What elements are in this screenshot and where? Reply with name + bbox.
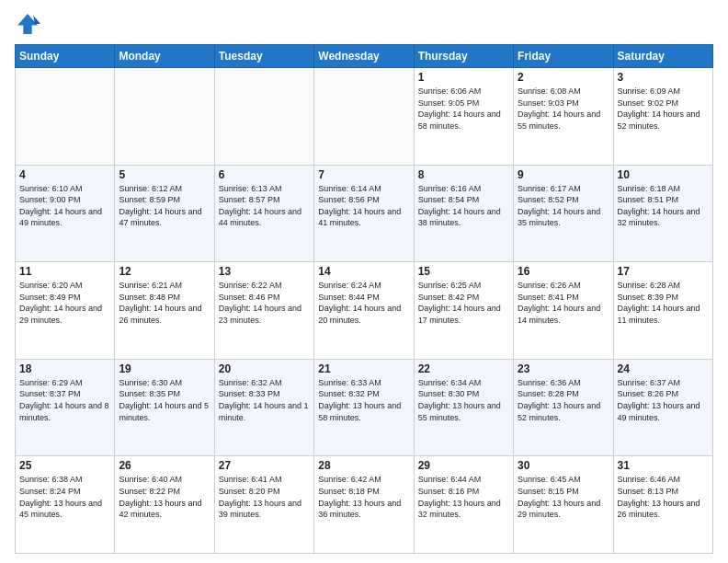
header-row: SundayMondayTuesdayWednesdayThursdayFrid… bbox=[16, 45, 713, 68]
day-info: Sunrise: 6:28 AM Sunset: 8:39 PM Dayligh… bbox=[618, 280, 709, 326]
day-info: Sunrise: 6:36 AM Sunset: 8:28 PM Dayligh… bbox=[518, 377, 609, 423]
day-info: Sunrise: 6:08 AM Sunset: 9:03 PM Dayligh… bbox=[518, 86, 609, 132]
day-number: 17 bbox=[618, 265, 709, 278]
day-info: Sunrise: 6:46 AM Sunset: 8:13 PM Dayligh… bbox=[618, 474, 709, 520]
day-cell: 5Sunrise: 6:12 AM Sunset: 8:59 PM Daylig… bbox=[115, 165, 214, 262]
week-row-5: 25Sunrise: 6:38 AM Sunset: 8:24 PM Dayli… bbox=[16, 456, 713, 554]
day-info: Sunrise: 6:06 AM Sunset: 9:05 PM Dayligh… bbox=[418, 86, 509, 132]
week-row-2: 4Sunrise: 6:10 AM Sunset: 9:00 PM Daylig… bbox=[16, 165, 713, 262]
day-number: 23 bbox=[518, 362, 609, 375]
week-row-4: 18Sunrise: 6:29 AM Sunset: 8:37 PM Dayli… bbox=[16, 359, 713, 456]
day-cell: 3Sunrise: 6:09 AM Sunset: 9:02 PM Daylig… bbox=[613, 68, 712, 166]
day-info: Sunrise: 6:42 AM Sunset: 8:18 PM Dayligh… bbox=[318, 474, 409, 520]
day-info: Sunrise: 6:40 AM Sunset: 8:22 PM Dayligh… bbox=[119, 474, 210, 520]
day-info: Sunrise: 6:45 AM Sunset: 8:15 PM Dayligh… bbox=[518, 474, 609, 520]
logo-icon bbox=[15, 11, 40, 37]
day-info: Sunrise: 6:10 AM Sunset: 9:00 PM Dayligh… bbox=[19, 183, 110, 229]
day-number: 2 bbox=[518, 71, 609, 84]
header-cell-tuesday: Tuesday bbox=[214, 45, 313, 68]
header bbox=[15, 11, 713, 37]
day-cell: 13Sunrise: 6:22 AM Sunset: 8:46 PM Dayli… bbox=[214, 262, 313, 360]
day-cell: 20Sunrise: 6:32 AM Sunset: 8:33 PM Dayli… bbox=[214, 359, 313, 456]
day-number: 10 bbox=[618, 168, 709, 181]
day-info: Sunrise: 6:14 AM Sunset: 8:56 PM Dayligh… bbox=[318, 183, 409, 229]
day-info: Sunrise: 6:41 AM Sunset: 8:20 PM Dayligh… bbox=[219, 474, 310, 520]
day-cell: 16Sunrise: 6:26 AM Sunset: 8:41 PM Dayli… bbox=[514, 262, 613, 360]
day-cell: 31Sunrise: 6:46 AM Sunset: 8:13 PM Dayli… bbox=[613, 456, 712, 554]
day-cell bbox=[115, 68, 214, 166]
day-cell: 10Sunrise: 6:18 AM Sunset: 8:51 PM Dayli… bbox=[613, 165, 712, 262]
day-info: Sunrise: 6:20 AM Sunset: 8:49 PM Dayligh… bbox=[19, 280, 110, 326]
day-cell: 9Sunrise: 6:17 AM Sunset: 8:52 PM Daylig… bbox=[514, 165, 613, 262]
day-cell bbox=[314, 68, 414, 166]
day-cell: 28Sunrise: 6:42 AM Sunset: 8:18 PM Dayli… bbox=[314, 456, 414, 554]
day-info: Sunrise: 6:25 AM Sunset: 8:42 PM Dayligh… bbox=[418, 280, 509, 326]
day-number: 28 bbox=[318, 459, 409, 472]
day-info: Sunrise: 6:29 AM Sunset: 8:37 PM Dayligh… bbox=[19, 377, 110, 423]
day-info: Sunrise: 6:24 AM Sunset: 8:44 PM Dayligh… bbox=[318, 280, 409, 326]
day-cell: 2Sunrise: 6:08 AM Sunset: 9:03 PM Daylig… bbox=[514, 68, 613, 166]
day-number: 29 bbox=[418, 459, 509, 472]
day-number: 26 bbox=[119, 459, 210, 472]
calendar-page: SundayMondayTuesdayWednesdayThursdayFrid… bbox=[0, 0, 728, 563]
header-cell-saturday: Saturday bbox=[613, 45, 712, 68]
day-cell: 12Sunrise: 6:21 AM Sunset: 8:48 PM Dayli… bbox=[115, 262, 214, 360]
day-cell: 18Sunrise: 6:29 AM Sunset: 8:37 PM Dayli… bbox=[16, 359, 115, 456]
day-cell: 6Sunrise: 6:13 AM Sunset: 8:57 PM Daylig… bbox=[214, 165, 313, 262]
day-number: 12 bbox=[119, 265, 210, 278]
day-cell: 7Sunrise: 6:14 AM Sunset: 8:56 PM Daylig… bbox=[314, 165, 414, 262]
day-info: Sunrise: 6:21 AM Sunset: 8:48 PM Dayligh… bbox=[119, 280, 210, 326]
day-info: Sunrise: 6:09 AM Sunset: 9:02 PM Dayligh… bbox=[618, 86, 709, 132]
day-number: 20 bbox=[219, 362, 310, 375]
day-info: Sunrise: 6:37 AM Sunset: 8:26 PM Dayligh… bbox=[618, 377, 709, 423]
day-info: Sunrise: 6:38 AM Sunset: 8:24 PM Dayligh… bbox=[19, 474, 110, 520]
day-info: Sunrise: 6:44 AM Sunset: 8:16 PM Dayligh… bbox=[418, 474, 509, 520]
day-number: 18 bbox=[19, 362, 110, 375]
day-number: 6 bbox=[219, 168, 310, 181]
header-cell-monday: Monday bbox=[115, 45, 214, 68]
day-number: 14 bbox=[318, 265, 409, 278]
day-number: 4 bbox=[19, 168, 110, 181]
day-number: 9 bbox=[518, 168, 609, 181]
day-cell: 25Sunrise: 6:38 AM Sunset: 8:24 PM Dayli… bbox=[16, 456, 115, 554]
day-info: Sunrise: 6:17 AM Sunset: 8:52 PM Dayligh… bbox=[518, 183, 609, 229]
day-info: Sunrise: 6:22 AM Sunset: 8:46 PM Dayligh… bbox=[219, 280, 310, 326]
week-row-1: 1Sunrise: 6:06 AM Sunset: 9:05 PM Daylig… bbox=[16, 68, 713, 166]
day-cell: 14Sunrise: 6:24 AM Sunset: 8:44 PM Dayli… bbox=[314, 262, 414, 360]
week-row-3: 11Sunrise: 6:20 AM Sunset: 8:49 PM Dayli… bbox=[16, 262, 713, 360]
calendar-table: SundayMondayTuesdayWednesdayThursdayFrid… bbox=[15, 44, 713, 554]
logo bbox=[15, 11, 44, 37]
day-number: 25 bbox=[19, 459, 110, 472]
day-cell: 4Sunrise: 6:10 AM Sunset: 9:00 PM Daylig… bbox=[16, 165, 115, 262]
day-number: 1 bbox=[418, 71, 509, 84]
day-info: Sunrise: 6:30 AM Sunset: 8:35 PM Dayligh… bbox=[119, 377, 210, 423]
day-cell bbox=[16, 68, 115, 166]
day-info: Sunrise: 6:26 AM Sunset: 8:41 PM Dayligh… bbox=[518, 280, 609, 326]
header-cell-sunday: Sunday bbox=[16, 45, 115, 68]
day-info: Sunrise: 6:33 AM Sunset: 8:32 PM Dayligh… bbox=[318, 377, 409, 423]
calendar-header: SundayMondayTuesdayWednesdayThursdayFrid… bbox=[16, 45, 713, 68]
day-number: 15 bbox=[418, 265, 509, 278]
header-cell-wednesday: Wednesday bbox=[314, 45, 414, 68]
day-info: Sunrise: 6:34 AM Sunset: 8:30 PM Dayligh… bbox=[418, 377, 509, 423]
day-number: 11 bbox=[19, 265, 110, 278]
day-cell: 22Sunrise: 6:34 AM Sunset: 8:30 PM Dayli… bbox=[414, 359, 513, 456]
day-number: 27 bbox=[219, 459, 310, 472]
day-number: 13 bbox=[219, 265, 310, 278]
day-cell bbox=[214, 68, 313, 166]
day-cell: 29Sunrise: 6:44 AM Sunset: 8:16 PM Dayli… bbox=[414, 456, 513, 554]
day-number: 8 bbox=[418, 168, 509, 181]
day-number: 5 bbox=[119, 168, 210, 181]
day-number: 31 bbox=[618, 459, 709, 472]
day-cell: 19Sunrise: 6:30 AM Sunset: 8:35 PM Dayli… bbox=[115, 359, 214, 456]
day-cell: 21Sunrise: 6:33 AM Sunset: 8:32 PM Dayli… bbox=[314, 359, 414, 456]
header-cell-thursday: Thursday bbox=[414, 45, 513, 68]
day-cell: 23Sunrise: 6:36 AM Sunset: 8:28 PM Dayli… bbox=[514, 359, 613, 456]
day-info: Sunrise: 6:16 AM Sunset: 8:54 PM Dayligh… bbox=[418, 183, 509, 229]
day-cell: 8Sunrise: 6:16 AM Sunset: 8:54 PM Daylig… bbox=[414, 165, 513, 262]
day-info: Sunrise: 6:18 AM Sunset: 8:51 PM Dayligh… bbox=[618, 183, 709, 229]
day-cell: 17Sunrise: 6:28 AM Sunset: 8:39 PM Dayli… bbox=[613, 262, 712, 360]
day-cell: 11Sunrise: 6:20 AM Sunset: 8:49 PM Dayli… bbox=[16, 262, 115, 360]
day-cell: 15Sunrise: 6:25 AM Sunset: 8:42 PM Dayli… bbox=[414, 262, 513, 360]
day-info: Sunrise: 6:13 AM Sunset: 8:57 PM Dayligh… bbox=[219, 183, 310, 229]
